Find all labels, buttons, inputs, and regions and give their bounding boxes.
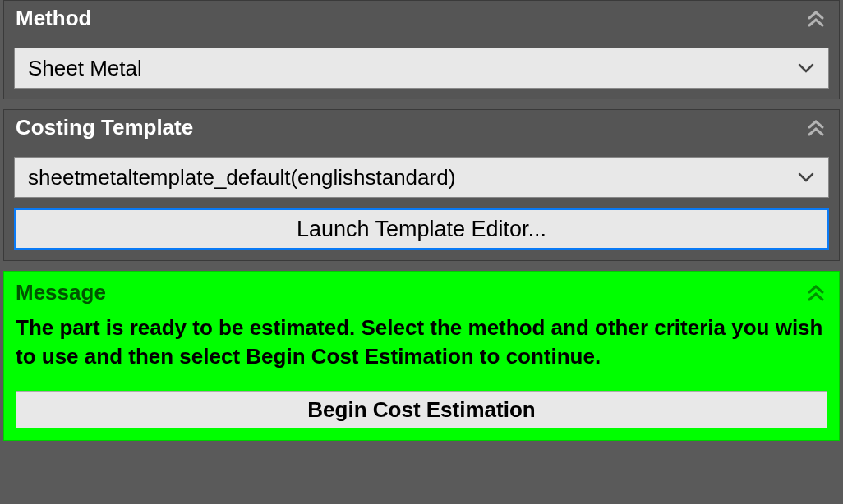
message-panel: Message The part is ready to be estimate…: [3, 271, 840, 441]
launch-template-editor-label: Launch Template Editor...: [297, 217, 546, 242]
costing-template-panel: Costing Template sheetmetaltemplate_defa…: [3, 109, 840, 261]
template-dropdown-value: sheetmetaltemplate_default(englishstanda…: [28, 165, 797, 190]
method-header-label: Method: [16, 6, 91, 31]
collapse-icon: [804, 117, 827, 139]
costing-template-body: sheetmetaltemplate_default(englishstanda…: [4, 149, 839, 260]
method-dropdown[interactable]: Sheet Metal: [14, 48, 829, 89]
begin-cost-estimation-button[interactable]: Begin Cost Estimation: [16, 391, 827, 428]
template-dropdown[interactable]: sheetmetaltemplate_default(englishstanda…: [14, 157, 829, 198]
message-header[interactable]: Message: [4, 272, 839, 310]
collapse-icon: [804, 8, 827, 30]
method-dropdown-value: Sheet Metal: [28, 56, 797, 81]
chevron-down-icon: [797, 168, 815, 186]
method-panel: Method Sheet Metal: [3, 0, 840, 99]
message-header-label: Message: [16, 280, 106, 305]
launch-template-editor-button[interactable]: Launch Template Editor...: [14, 208, 829, 250]
begin-cost-estimation-label: Begin Cost Estimation: [307, 397, 535, 423]
message-text: The part is ready to be estimated. Selec…: [16, 310, 827, 371]
chevron-down-icon: [797, 59, 815, 77]
collapse-icon: [804, 282, 827, 304]
method-header[interactable]: Method: [4, 1, 839, 39]
costing-template-header[interactable]: Costing Template: [4, 110, 839, 149]
message-body: The part is ready to be estimated. Selec…: [4, 310, 839, 440]
costing-template-header-label: Costing Template: [16, 115, 193, 140]
method-body: Sheet Metal: [4, 39, 839, 99]
